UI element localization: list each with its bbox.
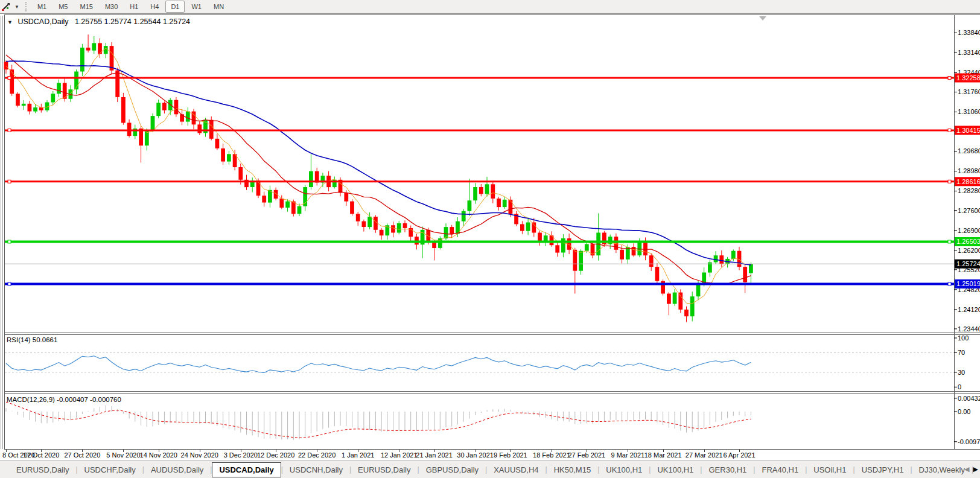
macd-signal-line [6,402,751,438]
crosshair-pointer-tool-icon[interactable] [1,2,13,11]
timeframe-button-d1[interactable]: D1 [165,1,185,13]
svg-text:1.28280: 1.28280 [958,187,980,194]
chart-symbol-dropdown-icon[interactable]: ▼ [7,19,13,25]
date-label: 6 Apr 2021 [723,451,755,459]
date-label: 3 Dec 2020 [224,451,258,459]
tab-usoil-h1[interactable]: USOil,H1 [807,462,853,477]
chart-tab-bar: EURUSD,Daily|USDCHF,Daily|AUDUSD,Daily|U… [0,460,980,478]
svg-text:1.26900: 1.26900 [958,227,980,234]
tab-scroll-right-icon[interactable]: ▶ [973,465,978,473]
macd-axis[interactable]: 0.004328 0.00 -0.00977 [954,395,980,445]
tool-caret-icon[interactable]: ▼ [14,4,19,10]
tab-audusd-daily[interactable]: AUDUSD,Daily [144,462,210,477]
rsi-line [6,356,751,373]
date-label: 22 Dec 2020 [298,451,336,459]
current-price-line: 1.25724 [5,260,980,269]
date-label: 27 Feb 2021 [568,451,605,459]
date-label: 14 Nov 2020 [140,451,177,459]
tab-hk50-m15[interactable]: HK50,M15 [547,462,597,477]
toolbar-grip[interactable] [25,2,27,11]
time-axis[interactable]: 8 Oct 202017 Oct 202027 Oct 20205 Nov 20… [0,450,980,460]
tab-eurusd-daily[interactable]: EURUSD,Daily [10,462,75,477]
date-label: 27 Oct 2020 [64,451,100,459]
tab-uk100-h1[interactable]: UK100,H1 [651,462,700,477]
svg-text:1.33140: 1.33140 [958,49,980,56]
timeframe-button-w1[interactable]: W1 [186,1,207,13]
date-label: 5 Nov 2020 [106,451,140,459]
svg-text:1.28616: 1.28616 [956,178,980,185]
svg-text:1.27600: 1.27600 [958,207,980,214]
toolbar: ▼ M1M5M15M30H1H4D1W1MN [0,0,980,14]
svg-text:-0.00977: -0.00977 [958,438,980,445]
tab-uk100-h1[interactable]: UK100,H1 [599,462,649,477]
svg-text:30: 30 [958,369,965,376]
timeframe-button-m5[interactable]: M5 [53,1,73,13]
svg-text:1.31760: 1.31760 [958,88,980,95]
svg-text:0: 0 [958,383,961,390]
tab-usdchf-daily[interactable]: USDCHF,Daily [78,462,142,477]
chart-frame [4,14,980,450]
svg-text:1.25724: 1.25724 [956,260,980,267]
date-label: 18 Feb 2021 [533,451,570,459]
svg-text:70: 70 [958,349,965,356]
date-label: 1 Jan 2021 [342,451,374,459]
tab-scroll-arrows: ◀ ▶ [964,465,978,473]
date-label: 27 Mar 2021 [686,451,723,459]
macd-indicator-label: MACD(12,26,9) -0.000407 -0.000760 [7,396,121,403]
tab-usdcad-daily[interactable]: USDCAD,Daily [212,462,281,477]
svg-text:1.33840: 1.33840 [958,29,980,36]
chart-shift-marker-icon[interactable] [759,16,766,21]
svg-text:0.004328: 0.004328 [958,395,980,402]
date-label: 9 Mar 2021 [611,451,644,459]
svg-text:1.25019: 1.25019 [956,280,980,287]
chart-svg: 1.33840 1.33140 1.32440 1.31760 1.31060 … [0,13,980,450]
tab-ger30-h1[interactable]: GER30,H1 [702,462,753,477]
hline-1-26503[interactable]: 1.26503 [5,237,980,246]
svg-text:1.23440: 1.23440 [958,325,980,333]
timeframe-button-m30[interactable]: M30 [100,1,123,13]
date-label: 12 Dec 2020 [257,451,294,459]
svg-text:0.00: 0.00 [958,408,970,415]
rsi-level-lines [5,352,954,372]
hline-1-25019[interactable]: 1.25019 [5,279,980,288]
chart-title-symbol: USDCAD,Daily [18,18,68,26]
date-label: 24 Nov 2020 [181,451,218,459]
tab-eurusd-daily[interactable]: EURUSD,Daily [351,462,417,477]
timeframe-button-h4[interactable]: H4 [145,1,164,13]
svg-text:1.30415: 1.30415 [956,127,980,134]
date-label: 9 Feb 2021 [494,451,527,459]
tab-gbpusd-daily[interactable]: GBPUSD,Daily [419,462,485,477]
timeframe-button-mn[interactable]: MN [208,1,229,13]
tab-dj30-weekly[interactable]: DJ30,Weekly [912,462,972,477]
svg-text:1.29680: 1.29680 [958,147,980,155]
svg-text:1.31060: 1.31060 [958,108,980,115]
date-label: 30 Jan 2021 [457,451,494,459]
svg-text:1.24120: 1.24120 [958,306,980,313]
tab-xauusd-h4[interactable]: XAUUSD,H4 [487,462,545,477]
date-label: 18 Mar 2021 [644,451,682,459]
svg-text:1.32258: 1.32258 [956,74,980,81]
chart-area[interactable]: 1.33840 1.33140 1.32440 1.31760 1.31060 … [0,13,980,450]
hline-1-32258[interactable]: 1.32258 [5,74,980,83]
svg-text:100: 100 [958,334,969,342]
trading-app-window: { "toolbar": { "pointer_tool_icon": "cro… [0,0,980,478]
svg-text:1.26200: 1.26200 [958,247,980,254]
date-label: 21 Jan 2021 [416,451,453,459]
timeframe-button-group: M1M5M15M30H1H4D1W1MN [31,1,230,13]
tab-usdcnh-daily[interactable]: USDCNH,Daily [283,462,349,477]
chart-title: ▼ USDCAD,Daily 1.25755 1.25774 1.25544 1… [7,18,190,26]
svg-text:1.26503: 1.26503 [956,238,980,245]
tab-usdjpy-h1[interactable]: USDJPY,H1 [855,462,911,477]
chart-title-quote: 1.25755 1.25774 1.25544 1.25724 [75,18,190,26]
timeframe-button-h1[interactable]: H1 [124,1,144,13]
date-label: 17 Oct 2020 [23,451,59,459]
timeframe-button-m1[interactable]: M1 [32,1,52,13]
rsi-axis[interactable]: 100 70 30 0 [954,334,969,390]
tab-fra40-h1[interactable]: FRA40,H1 [755,462,805,477]
date-label: 12 Jan 2021 [381,451,418,459]
timeframe-button-m15[interactable]: M15 [74,1,98,13]
tab-scroll-left-icon[interactable]: ◀ [964,465,969,473]
window-grip [1,16,3,449]
svg-text:1.28980: 1.28980 [958,167,980,174]
rsi-indicator-label: RSI(14) 50.0661 [7,336,57,343]
